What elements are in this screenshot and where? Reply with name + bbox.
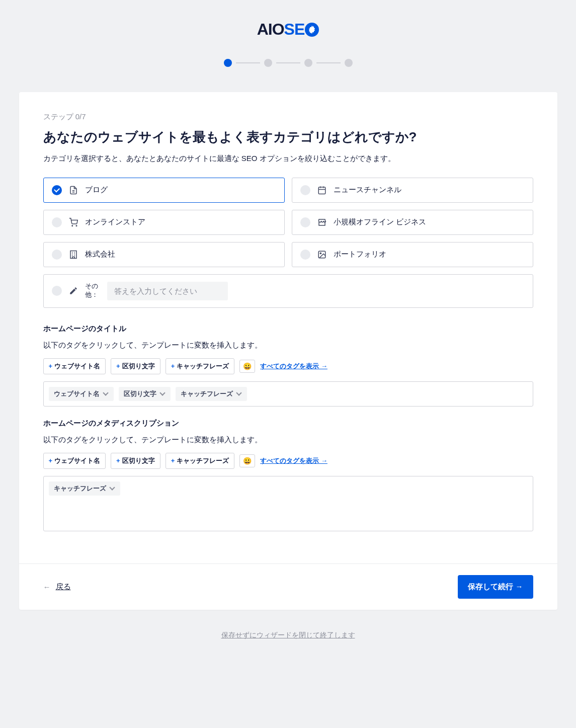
show-all-tags-link[interactable]: すべてのタグを表示 →: [260, 456, 327, 465]
category-grid: ブログ ニュースチャンネル オンラインストア 小規模オフライン ビジネス: [43, 178, 533, 267]
category-blog[interactable]: ブログ: [43, 178, 285, 203]
category-portfolio[interactable]: ポートフォリオ: [292, 242, 533, 267]
category-corp[interactable]: 株式会社: [43, 242, 285, 267]
cart-icon: [69, 218, 78, 227]
category-label: ポートフォリオ: [334, 250, 386, 259]
save-continue-button[interactable]: 保存して続行 →: [458, 575, 533, 599]
plus-icon: +: [49, 457, 53, 464]
other-input[interactable]: [107, 282, 228, 300]
back-button[interactable]: ← 戻る: [43, 582, 71, 592]
gear-icon: [305, 23, 319, 37]
svg-point-1: [72, 225, 73, 226]
add-tag-sitename-button[interactable]: +ウェブサイト名: [43, 453, 106, 469]
progress-step-3: [304, 59, 312, 67]
show-all-tags-link[interactable]: すべてのタグを表示 →: [260, 362, 327, 371]
exit-wizard-link[interactable]: 保存せずにウィザードを閉じて終了します: [0, 631, 576, 640]
wizard-card: ステップ 0/7 あなたのウェブサイトを最もよく表すカテゴリはどれですか? カテ…: [19, 92, 557, 610]
add-tag-sitename-button[interactable]: +ウェブサイト名: [43, 358, 106, 374]
chevron-down-icon: [160, 392, 166, 395]
pencil-icon: [69, 286, 78, 295]
plus-icon: +: [116, 362, 120, 370]
svg-rect-0: [318, 187, 325, 194]
meta-description-subtitle: 以下のタグをクリックして、テンプレートに変数を挿入します。: [43, 435, 533, 445]
chevron-down-icon: [104, 392, 109, 395]
file-icon: [69, 186, 78, 195]
calendar-icon: [317, 186, 326, 195]
chevron-down-icon: [110, 487, 115, 490]
progress-step-4: [345, 59, 353, 67]
svg-point-2: [76, 225, 77, 226]
category-label: ブログ: [85, 185, 108, 195]
page-subtitle: カテゴリを選択すると、あなたとあなたのサイトに最適な SEO オプションを絞り込…: [43, 154, 533, 164]
arrow-left-icon: ←: [43, 583, 51, 591]
add-tag-separator-button[interactable]: +区切り文字: [111, 358, 160, 374]
category-other[interactable]: その他：: [43, 274, 533, 308]
storefront-icon: [317, 218, 326, 227]
wizard-footer: ← 戻る 保存して続行 →: [19, 563, 557, 610]
progress-step-1: [224, 59, 232, 67]
add-tag-separator-button[interactable]: +区切り文字: [111, 453, 160, 469]
brand-logo: AIOSE: [0, 20, 576, 39]
radio-icon: [52, 286, 62, 296]
title-tag-buttons: +ウェブサイト名 +区切り文字 +キャッチフレーズ 😀 すべてのタグを表示 →: [43, 358, 533, 374]
progress-stepper: [0, 59, 576, 67]
radio-icon: [52, 250, 62, 260]
progress-step-2: [264, 59, 272, 67]
radio-checked-icon: [52, 185, 62, 195]
plus-icon: +: [116, 457, 120, 464]
plus-icon: +: [49, 362, 53, 370]
category-store[interactable]: オンラインストア: [43, 210, 285, 235]
homepage-title-field[interactable]: ウェブサイト名 区切り文字 キャッチフレーズ: [43, 381, 533, 407]
category-label: 株式会社: [85, 250, 115, 259]
category-news[interactable]: ニュースチャンネル: [292, 178, 533, 203]
logo-seo: SE: [284, 20, 319, 39]
tag-pill-tagline[interactable]: キャッチフレーズ: [49, 481, 120, 496]
chevron-down-icon: [237, 392, 242, 395]
plus-icon: +: [171, 457, 175, 464]
homepage-title-subtitle: 以下のタグをクリックして、テンプレートに変数を挿入します。: [43, 341, 533, 350]
emoji-picker-button[interactable]: 😀: [239, 360, 255, 373]
radio-icon: [300, 185, 310, 195]
tag-pill-separator[interactable]: 区切り文字: [119, 387, 171, 401]
tag-pill-sitename[interactable]: ウェブサイト名: [49, 387, 114, 401]
category-offline[interactable]: 小規模オフライン ビジネス: [292, 210, 533, 235]
emoji-picker-button[interactable]: 😀: [239, 454, 255, 467]
meta-description-field[interactable]: キャッチフレーズ: [43, 476, 533, 531]
building-icon: [69, 250, 78, 259]
step-label: ステップ 0/7: [43, 112, 533, 122]
radio-icon: [52, 217, 62, 227]
logo-aio: AIO: [257, 20, 284, 39]
category-label: オンラインストア: [85, 217, 145, 227]
radio-icon: [300, 250, 310, 260]
homepage-title-heading: ホームページのタイトル: [43, 324, 533, 334]
page-title: あなたのウェブサイトを最もよく表すカテゴリはどれですか?: [43, 129, 533, 146]
tag-pill-tagline[interactable]: キャッチフレーズ: [176, 387, 247, 401]
meta-description-heading: ホームページのメタディスクリプション: [43, 419, 533, 428]
plus-icon: +: [171, 362, 175, 370]
svg-point-5: [320, 253, 321, 254]
radio-icon: [300, 217, 310, 227]
meta-tag-buttons: +ウェブサイト名 +区切り文字 +キャッチフレーズ 😀 すべてのタグを表示 →: [43, 453, 533, 469]
add-tag-tagline-button[interactable]: +キャッチフレーズ: [166, 453, 235, 469]
category-label: 小規模オフライン ビジネス: [334, 217, 426, 227]
add-tag-tagline-button[interactable]: +キャッチフレーズ: [166, 358, 235, 374]
other-label: その他：: [85, 282, 100, 299]
category-label: ニュースチャンネル: [334, 185, 401, 195]
image-icon: [317, 250, 326, 259]
